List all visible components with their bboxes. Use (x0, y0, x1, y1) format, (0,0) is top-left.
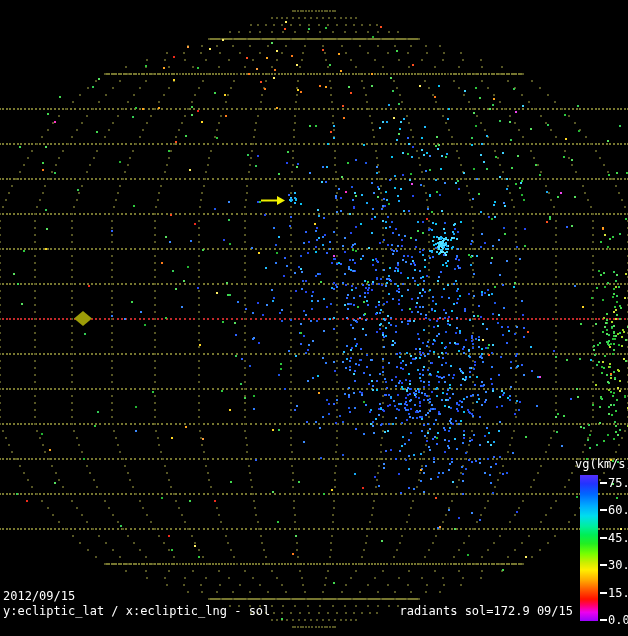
colorbar-tick-label: 75.0 (608, 477, 628, 489)
status-label: radiants sol=172.9 09/15 (400, 604, 573, 619)
colorbar-gradient (580, 475, 598, 621)
axes-mode-label: y:ecliptic_lat / x:ecliptic_lng - sol (3, 604, 270, 619)
radiant-sky-map-canvas[interactable] (0, 0, 628, 636)
colorbar-tick-label: 0.0 (608, 614, 628, 626)
colorbar-tick-mark (600, 619, 607, 621)
colorbar-tick-label: 15.0 (608, 587, 628, 599)
colorbar-title: vg(km/s) (575, 457, 628, 472)
date-label: 2012/09/15 (3, 589, 75, 604)
colorbar-tick-mark (600, 482, 607, 484)
colorbar-tick-mark (600, 592, 607, 594)
colorbar-tick-label: 45.0 (608, 532, 628, 544)
colorbar-tick-label: 30.0 (608, 559, 628, 571)
colorbar-tick-mark (600, 509, 607, 511)
colorbar-tick-mark (600, 537, 607, 539)
colorbar-tick-label: 60.0 (608, 504, 628, 516)
radiant-map-window: 75.060.045.030.015.00.0 vg(km/s) 2012/09… (0, 0, 628, 636)
colorbar-tick-mark (600, 564, 607, 566)
